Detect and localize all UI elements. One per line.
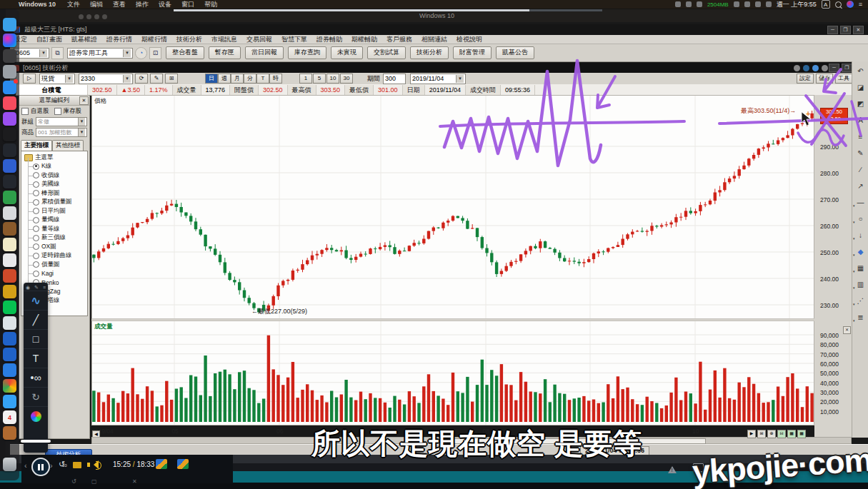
menubar-menu-查看[interactable]: 查看 [113, 0, 126, 9]
new-window-icon[interactable]: ⊡ [149, 47, 161, 59]
thumbnail-icon[interactable] [156, 459, 167, 469]
trend-arrow-icon[interactable]: ↗ [855, 181, 866, 191]
devices-icon[interactable] [697, 1, 702, 7]
minimize-icon[interactable]: ─ [827, 26, 838, 34]
dock-icon-notes[interactable] [3, 238, 16, 251]
vm-minimize-button[interactable] [86, 14, 91, 19]
list-tool-icon[interactable]: ≣▾ [855, 312, 866, 323]
interval-button-10[interactable]: 10 [326, 74, 339, 84]
indicator-item-量燭線[interactable]: 量燭線 [24, 216, 87, 225]
freehand-pen-tool[interactable]: ∿ [24, 291, 48, 310]
volume-icon[interactable] [766, 1, 772, 7]
dock-icon-siri[interactable] [3, 34, 16, 47]
dock-icon-folder[interactable] [3, 222, 16, 236]
dock-icon-windows-vm-2[interactable] [3, 348, 16, 361]
indicator-item-收價線[interactable]: 收價線 [24, 171, 87, 181]
warning-icon[interactable] [668, 462, 677, 473]
mdi-circle-icon[interactable] [812, 65, 819, 71]
period-button-日[interactable]: 日 [205, 74, 218, 84]
toolbar-button-庫存查詢[interactable]: 庫存查詢 [288, 46, 326, 59]
sidebar-header[interactable]: 選單編輯列 ✕ [19, 96, 89, 106]
chart-button-儲存[interactable]: 儲存 [816, 74, 833, 84]
dock-icon-pictures[interactable] [3, 316, 16, 330]
eraser2-icon[interactable]: ◩ [855, 99, 866, 109]
chart-mini-icon[interactable]: ⊟ [777, 430, 786, 438]
input-source-icon[interactable]: A [822, 0, 830, 9]
menubar-menu-编辑[interactable]: 编辑 [90, 0, 103, 9]
indicator-item-日平均圖[interactable]: 日平均圖 [24, 207, 87, 216]
indicator-item-Kagi[interactable]: Kagi [24, 269, 87, 278]
vm-close-button[interactable] [79, 14, 84, 19]
chart-mini-icon[interactable]: ▦ [797, 430, 806, 438]
thumbnail-icon[interactable] [177, 459, 189, 469]
app-menu-凱基權證[interactable]: 凱基權證 [71, 35, 97, 44]
dock-icon-safari[interactable] [3, 395, 16, 408]
interval-button-1[interactable]: 1 [299, 74, 312, 84]
dock-icon-chrome[interactable] [3, 379, 16, 393]
dock-icon-charts[interactable] [3, 285, 16, 298]
indicator-item-量等線[interactable]: 量等線 [24, 225, 87, 234]
window-mini-icon[interactable]: ▢ [91, 478, 97, 485]
app-menu-技術分析[interactable]: 技術分析 [176, 35, 202, 44]
lines-icon[interactable]: ≡ [855, 131, 866, 142]
dock-icon-finder[interactable] [3, 18, 16, 31]
dock-icon-blue-app[interactable] [3, 159, 16, 173]
annot-header-icon[interactable]: ✎ [34, 285, 39, 291]
dock-icon-documents[interactable] [3, 253, 16, 267]
mdi-circle-icon[interactable] [794, 65, 800, 71]
dock-icon-game[interactable] [3, 65, 16, 79]
tab-主要指標[interactable]: 主要指標 [21, 140, 52, 151]
menubar-menu-窗口[interactable]: 窗口 [181, 0, 194, 9]
paint-tool-icon[interactable]: ◆▾ [855, 246, 866, 257]
period-button-週[interactable]: 週 [218, 74, 231, 84]
settings-mini-icon[interactable]: ↺ [71, 478, 76, 485]
arrow-tool-icon[interactable]: ↓▾ [855, 230, 866, 241]
app-menu-自訂畫面[interactable]: 自訂畫面 [36, 35, 62, 44]
chart-icon-button[interactable]: ⊞ [165, 74, 178, 84]
tree-root[interactable]: 主選單 [24, 153, 87, 162]
siri-icon[interactable] [847, 1, 854, 8]
bars-tool-icon[interactable]: ▥▾ [855, 279, 866, 290]
interval-button-5[interactable]: 5 [313, 74, 326, 84]
rect-tool[interactable]: □ [24, 329, 48, 348]
dock-icon-obs-2[interactable] [3, 175, 16, 188]
app-menu-交易回報[interactable]: 交易回報 [246, 35, 272, 44]
date-combo[interactable]: 2019/11/04▼ [410, 74, 466, 84]
text-tool-icon[interactable]: A [855, 115, 866, 126]
chart-mini-icon[interactable]: ▶ [747, 430, 756, 438]
hline-tool-icon[interactable]: —▾ [855, 197, 866, 208]
display-icon[interactable] [675, 1, 681, 7]
dock-icon-music[interactable] [3, 96, 16, 110]
interval-button-30[interactable]: 30 [340, 74, 353, 84]
app-menu-證券行情[interactable]: 證券行情 [106, 35, 132, 44]
app-menu-期權輔助[interactable]: 期權輔助 [351, 35, 377, 44]
dock-icon-obs[interactable] [3, 143, 16, 157]
indicator-item-逆時鐘曲線[interactable]: 逆時鐘曲線 [24, 251, 87, 261]
app-menu-市場訊息[interactable]: 市場訊息 [211, 35, 237, 44]
close-icon[interactable]: ✕ [843, 326, 851, 334]
toolbar-button-暫存匣[interactable]: 暫存匣 [209, 46, 241, 59]
app-menu-相關連結[interactable]: 相關連結 [421, 35, 447, 44]
checkbox-自選股[interactable] [21, 108, 29, 115]
indicator-item-OX圖[interactable]: OX圖 [24, 243, 87, 252]
toolbar-button-財富管理[interactable]: 財富管理 [453, 46, 492, 59]
folder-shortcut-icon[interactable] [73, 462, 81, 468]
color-picker-tool[interactable] [24, 406, 48, 425]
period-button-T[interactable]: T [256, 74, 269, 84]
control-center-icon[interactable]: ≡ [859, 1, 862, 8]
app-menu-客戶服務[interactable]: 客戶服務 [386, 35, 412, 44]
chart-mini-icon[interactable]: ▦ [787, 430, 796, 438]
fan-tool-icon[interactable]: ⋰▾ [855, 296, 866, 306]
brush-icon[interactable]: ✎ [855, 148, 866, 158]
mdi-circle-icon[interactable] [803, 65, 809, 71]
toolbar-button-凱基公告[interactable]: 凱基公告 [496, 46, 534, 59]
menubar-clock[interactable]: 週一 上午9:55 [777, 0, 817, 9]
text-tool[interactable]: T [24, 348, 48, 368]
indicator-item-累積價量圖[interactable]: 累積價量圖 [24, 198, 87, 207]
toolbar-button-技術分析[interactable]: 技術分析 [410, 46, 449, 59]
close-icon[interactable]: ✕ [79, 96, 89, 105]
toolbar-button-當日回報[interactable]: 當日回報 [245, 46, 284, 59]
play-button[interactable]: ▷ [23, 74, 36, 84]
chart-button-工具[interactable]: 工具 [835, 74, 852, 84]
sync-icon[interactable] [686, 1, 692, 7]
